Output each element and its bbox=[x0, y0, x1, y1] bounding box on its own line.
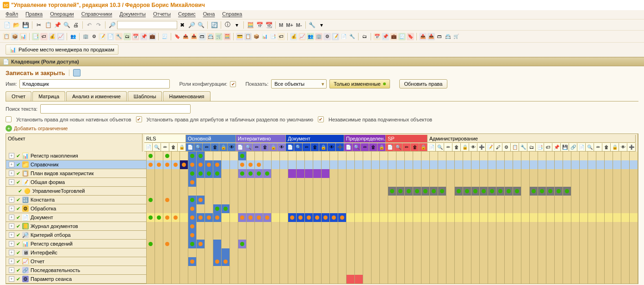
permission-cell[interactable] bbox=[380, 152, 388, 160]
toolbar-action-icon[interactable]: 💰 bbox=[290, 33, 297, 40]
permission-dot[interactable] bbox=[473, 189, 477, 193]
expand-icon[interactable]: + bbox=[9, 179, 14, 185]
permission-cell[interactable] bbox=[413, 240, 421, 248]
permission-cell[interactable] bbox=[596, 187, 605, 196]
permission-cell[interactable] bbox=[613, 160, 621, 169]
permission-cell[interactable] bbox=[163, 248, 172, 257]
permission-cell[interactable] bbox=[172, 196, 180, 204]
permission-cell[interactable] bbox=[272, 160, 280, 169]
permission-cell[interactable] bbox=[355, 178, 363, 187]
permission-cell[interactable] bbox=[505, 231, 513, 240]
permission-cell[interactable] bbox=[496, 204, 505, 213]
permission-cell[interactable] bbox=[621, 160, 630, 169]
permission-cell[interactable] bbox=[330, 178, 338, 187]
permission-cell[interactable] bbox=[538, 266, 546, 275]
permission-cell[interactable] bbox=[372, 213, 380, 222]
permission-cell[interactable] bbox=[538, 178, 546, 187]
permission-cell[interactable] bbox=[530, 160, 538, 169]
permission-cell[interactable] bbox=[147, 169, 155, 178]
permission-cell[interactable] bbox=[513, 196, 521, 204]
permission-dot[interactable] bbox=[415, 189, 419, 193]
permission-dot[interactable] bbox=[165, 198, 169, 202]
permission-cell[interactable] bbox=[355, 275, 363, 284]
permission-cell[interactable] bbox=[297, 231, 305, 240]
expand-icon[interactable]: + bbox=[9, 259, 14, 264]
permission-cell[interactable] bbox=[488, 222, 496, 231]
permission-cell[interactable] bbox=[613, 248, 621, 257]
column-icon-header[interactable]: ⚙ bbox=[502, 143, 511, 152]
permission-cell[interactable] bbox=[471, 187, 480, 196]
permission-cell[interactable] bbox=[538, 248, 546, 257]
toolbar-action-icon[interactable]: 🔖 bbox=[173, 33, 181, 40]
permission-cell[interactable] bbox=[238, 187, 247, 196]
toolbar-action-icon[interactable]: 📊 bbox=[261, 33, 268, 40]
permission-cell[interactable] bbox=[288, 152, 297, 160]
permission-cell[interactable] bbox=[197, 231, 205, 240]
column-icon-header[interactable]: 📄 bbox=[386, 143, 394, 152]
permission-cell[interactable] bbox=[363, 187, 372, 196]
memory-m-button[interactable]: M bbox=[278, 22, 284, 28]
permission-cell[interactable] bbox=[580, 266, 588, 275]
permission-cell[interactable] bbox=[530, 257, 538, 266]
permission-cell[interactable] bbox=[313, 222, 322, 231]
permission-cell[interactable] bbox=[347, 196, 355, 204]
toolbar-action-icon[interactable]: 📈 bbox=[57, 33, 64, 40]
tab-Анализ и изменение[interactable]: Анализ и изменение bbox=[66, 91, 127, 101]
permission-cell[interactable] bbox=[372, 248, 380, 257]
permission-cell[interactable] bbox=[588, 222, 596, 231]
permission-cell[interactable] bbox=[438, 169, 446, 178]
permission-dot[interactable] bbox=[215, 215, 219, 220]
permission-cell[interactable] bbox=[205, 231, 213, 240]
permission-dot[interactable] bbox=[190, 207, 194, 211]
permission-cell[interactable] bbox=[255, 275, 263, 284]
search-prev-icon[interactable]: 🔎 bbox=[187, 21, 196, 29]
permission-cell[interactable] bbox=[405, 152, 413, 160]
permission-cell[interactable] bbox=[446, 240, 455, 248]
permission-cell[interactable] bbox=[405, 160, 413, 169]
permission-cell[interactable] bbox=[621, 204, 630, 213]
permission-cell[interactable] bbox=[446, 196, 455, 204]
permission-cell[interactable] bbox=[172, 152, 180, 160]
permission-cell[interactable] bbox=[280, 231, 288, 240]
permission-cell[interactable] bbox=[580, 275, 588, 284]
permission-cell[interactable] bbox=[288, 160, 297, 169]
column-icon-header[interactable]: 📝 bbox=[486, 143, 494, 152]
permission-dot[interactable] bbox=[482, 189, 486, 193]
permission-cell[interactable] bbox=[347, 178, 355, 187]
permission-cell[interactable] bbox=[538, 213, 546, 222]
permission-dot[interactable] bbox=[548, 189, 552, 193]
toolbar-action-icon[interactable]: 📋 bbox=[3, 33, 10, 40]
permission-cell[interactable] bbox=[163, 178, 172, 187]
permission-cell[interactable] bbox=[297, 275, 305, 284]
permission-cell[interactable] bbox=[280, 248, 288, 257]
permission-cell[interactable] bbox=[496, 222, 505, 231]
workplace-button[interactable]: 📊 Рабочее место менеджера по продажам bbox=[6, 44, 118, 55]
permission-cell[interactable] bbox=[496, 169, 505, 178]
permission-cell[interactable] bbox=[363, 231, 372, 240]
column-icon-header[interactable]: 🗑 bbox=[602, 143, 611, 152]
permission-cell[interactable] bbox=[263, 178, 272, 187]
expand-icon[interactable]: + bbox=[9, 206, 14, 211]
permission-cell[interactable] bbox=[430, 257, 438, 266]
permission-dot[interactable] bbox=[432, 189, 436, 193]
permission-cell[interactable] bbox=[163, 196, 172, 204]
permission-cell[interactable] bbox=[405, 222, 413, 231]
column-icon-header[interactable]: 🔍 bbox=[153, 143, 161, 152]
permission-cell[interactable] bbox=[238, 222, 247, 231]
permission-cell[interactable] bbox=[172, 275, 180, 284]
permission-cell[interactable] bbox=[230, 187, 238, 196]
permission-cell[interactable] bbox=[355, 213, 363, 222]
object-row[interactable]: +✔📈Отчет bbox=[6, 257, 147, 266]
permission-cell[interactable] bbox=[471, 152, 480, 160]
copy-icon[interactable]: 📋 bbox=[44, 21, 52, 29]
permission-cell[interactable] bbox=[172, 266, 180, 275]
permission-cell[interactable] bbox=[446, 187, 455, 196]
permission-cell[interactable] bbox=[163, 275, 172, 284]
permission-cell[interactable] bbox=[205, 266, 213, 275]
menu-Правка[interactable]: Правка bbox=[25, 11, 43, 18]
toolbar-action-icon[interactable]: 📌 bbox=[382, 33, 389, 40]
permission-cell[interactable] bbox=[322, 196, 330, 204]
permission-cell[interactable] bbox=[488, 257, 496, 266]
permission-cell[interactable] bbox=[305, 266, 313, 275]
permission-cell[interactable] bbox=[538, 169, 546, 178]
